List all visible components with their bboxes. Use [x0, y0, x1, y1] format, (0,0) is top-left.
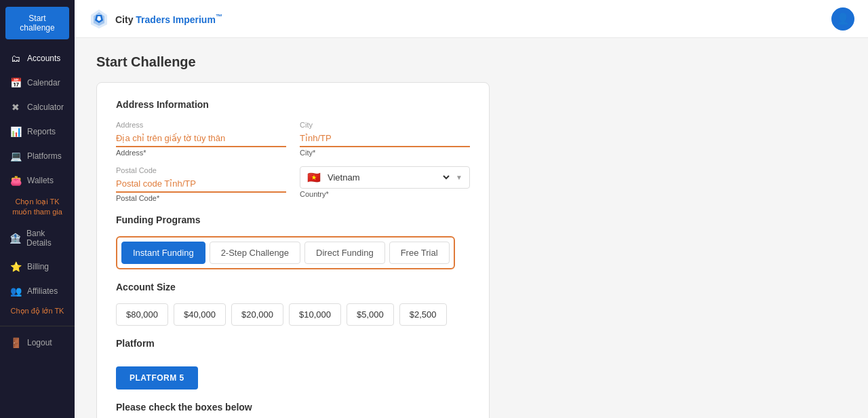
- size-btn-80k[interactable]: $80,000: [116, 303, 168, 326]
- sidebar-item-billing-label: Billing: [27, 262, 49, 271]
- sidebar-item-calculator[interactable]: ✖ Calculator: [0, 95, 75, 119]
- sidebar-item-bank-label: Bank Details: [26, 229, 65, 248]
- platform-5-button[interactable]: PLATFORM 5: [116, 366, 198, 390]
- sidebar: Start challenge 🗂 Accounts 📅 Calendar ✖ …: [0, 0, 75, 418]
- accounts-icon: 🗂: [9, 53, 22, 64]
- platform-section-title: Platform: [116, 338, 470, 349]
- topbar: City Traders Imperium™ 👤: [75, 0, 868, 38]
- sidebar-item-accounts[interactable]: 🗂 Accounts: [0, 46, 75, 71]
- sidebar-item-calendar[interactable]: 📅 Calendar: [0, 71, 75, 95]
- address-required-label: Address*: [116, 149, 286, 157]
- sidebar-item-platforms-label: Platforms: [27, 151, 62, 161]
- postal-required-label: Postal Code*: [116, 194, 286, 202]
- funding-section: Funding Programs Instant Funding 2-Step …: [116, 214, 470, 269]
- size-btn-5k[interactable]: $5,000: [347, 303, 394, 326]
- logo: City Traders Imperium™: [88, 8, 222, 30]
- sidebar-item-platforms[interactable]: 💻 Platforms: [0, 144, 75, 168]
- main-content: Start Challenge Address Information Addr…: [75, 38, 868, 418]
- platforms-icon: 💻: [9, 151, 22, 162]
- sidebar-divider: [0, 326, 75, 326]
- annotation-account-type: Chọn loại TK muốn tham gia: [0, 193, 75, 222]
- affiliates-icon: 👥: [9, 286, 22, 297]
- postal-row: Postal Code Postal Code* 🇻🇳 Vietnam ▼ Co…: [116, 166, 470, 202]
- logo-tm: ™: [216, 13, 222, 20]
- sidebar-item-wallets[interactable]: 👛 Wallets: [0, 168, 75, 193]
- funding-btn-free-trial[interactable]: Free Trial: [389, 242, 450, 264]
- account-size-section: Account Size $80,000 $40,000 $20,000 $10…: [116, 282, 470, 326]
- annotation-account-size: Chọn độ lớn TK: [0, 303, 75, 322]
- sidebar-item-logout-label: Logout: [27, 338, 52, 347]
- user-avatar-icon: 👤: [836, 12, 850, 25]
- start-challenge-button[interactable]: Start challenge: [5, 7, 69, 39]
- logo-text: City Traders Imperium™: [115, 13, 222, 25]
- reports-icon: 📊: [9, 126, 22, 137]
- user-avatar[interactable]: 👤: [831, 7, 854, 31]
- checkbox-section: Please check the boxes below I acknowled…: [116, 402, 470, 418]
- logo-traders: Traders: [136, 14, 170, 24]
- sidebar-item-affiliates[interactable]: 👥 Affiliates: [0, 279, 75, 303]
- country-select[interactable]: Vietnam: [325, 172, 452, 183]
- funding-buttons-group: Instant Funding 2-Step Challenge Direct …: [116, 236, 455, 269]
- country-required-label: Country*: [300, 190, 470, 198]
- address-label: Address: [116, 121, 286, 129]
- address-section-title: Address Information: [116, 99, 470, 110]
- city-group: City City*: [300, 121, 470, 157]
- sidebar-item-reports-label: Reports: [27, 127, 56, 136]
- page-title: Start Challenge: [96, 54, 846, 70]
- sidebar-item-wallets-label: Wallets: [27, 176, 54, 185]
- sidebar-item-calendar-label: Calendar: [27, 78, 60, 88]
- country-select-wrapper: 🇻🇳 Vietnam ▼: [300, 166, 470, 189]
- address-group: Address Address*: [116, 121, 286, 157]
- sidebar-item-logout[interactable]: 🚪 Logout: [0, 330, 75, 355]
- size-btn-10k[interactable]: $10,000: [289, 303, 341, 326]
- logo-city: City: [115, 14, 136, 24]
- country-chevron-icon: ▼: [456, 174, 462, 181]
- sidebar-item-accounts-label: Accounts: [27, 54, 60, 63]
- sidebar-item-affiliates-label: Affiliates: [27, 286, 58, 296]
- country-flag: 🇻🇳: [307, 171, 321, 184]
- size-buttons-group: $80,000 $40,000 $20,000 $10,000 $5,000 $…: [116, 303, 470, 326]
- logout-icon: 🚪: [9, 337, 22, 348]
- logo-imperium: Imperium: [170, 14, 216, 24]
- country-group: 🇻🇳 Vietnam ▼ Country*: [300, 166, 470, 202]
- postal-label: Postal Code: [116, 166, 286, 174]
- platform-section: Platform PLATFORM 5: [116, 338, 470, 390]
- billing-icon: ⭐: [9, 261, 22, 272]
- sidebar-item-calculator-label: Calculator: [27, 102, 64, 112]
- sidebar-item-reports[interactable]: 📊 Reports: [0, 119, 75, 144]
- sidebar-item-bank-details[interactable]: 🏦 Bank Details: [0, 222, 75, 254]
- funding-btn-direct[interactable]: Direct Funding: [304, 242, 385, 264]
- postal-group: Postal Code Postal Code*: [116, 166, 286, 202]
- city-label: City: [300, 121, 470, 129]
- address-input[interactable]: [116, 130, 286, 147]
- calculator-icon: ✖: [9, 102, 22, 113]
- sidebar-item-billing[interactable]: ⭐ Billing: [0, 254, 75, 279]
- logo-svg-icon: [88, 8, 110, 30]
- postal-input[interactable]: [116, 176, 286, 193]
- wallets-icon: 👛: [9, 175, 22, 186]
- bank-icon: 🏦: [9, 233, 21, 244]
- form-card: Address Information Address Address* Cit…: [96, 82, 490, 418]
- funding-btn-instant[interactable]: Instant Funding: [121, 242, 205, 264]
- checkbox-section-title: Please check the boxes below: [116, 402, 470, 413]
- size-btn-20k[interactable]: $20,000: [231, 303, 283, 326]
- calendar-icon: 📅: [9, 77, 22, 88]
- funding-btn-two-step[interactable]: 2-Step Challenge: [210, 242, 300, 264]
- address-row: Address Address* City City*: [116, 121, 470, 157]
- size-btn-40k[interactable]: $40,000: [174, 303, 226, 326]
- account-size-title: Account Size: [116, 282, 470, 292]
- city-input[interactable]: [300, 130, 470, 147]
- funding-section-title: Funding Programs: [116, 214, 470, 225]
- size-btn-2500[interactable]: $2,500: [399, 303, 447, 326]
- city-required-label: City*: [300, 149, 470, 157]
